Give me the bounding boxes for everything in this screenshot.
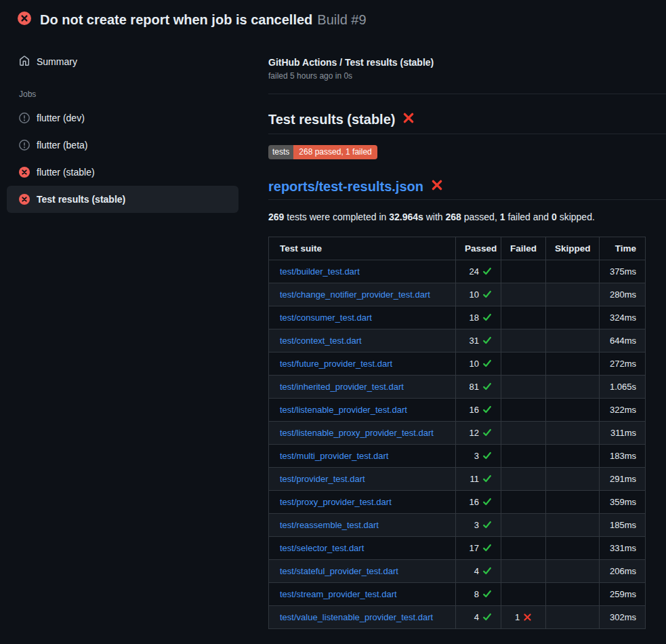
column-header-passed: Passed bbox=[456, 237, 501, 260]
failed-cell bbox=[501, 491, 546, 514]
page-title: Do not create report when job is cancell… bbox=[40, 12, 367, 28]
summary-text: tests were completed in bbox=[284, 212, 389, 222]
check-icon bbox=[482, 612, 492, 622]
suite-cell: test/consumer_test.dart bbox=[269, 306, 456, 329]
table-row: test/multi_provider_test.dart3183ms bbox=[269, 445, 646, 468]
alert-circle-icon bbox=[19, 140, 30, 150]
check-icon bbox=[482, 266, 492, 276]
column-header-time: Time bbox=[600, 237, 646, 260]
suite-link[interactable]: test/stream_provider_test.dart bbox=[280, 589, 397, 599]
table-row: test/builder_test.dart24375ms bbox=[269, 260, 646, 283]
suite-cell: test/listenable_proxy_provider_test.dart bbox=[269, 422, 456, 445]
suite-link[interactable]: test/change_notifier_provider_test.dart bbox=[280, 289, 430, 300]
failed-cell bbox=[501, 583, 546, 606]
x-circle-icon bbox=[18, 12, 31, 25]
suite-cell: test/builder_test.dart bbox=[269, 260, 456, 283]
suite-link[interactable]: test/future_provider_test.dart bbox=[280, 359, 392, 369]
failed-cell bbox=[501, 468, 546, 491]
column-header-skipped: Skipped bbox=[546, 237, 600, 260]
test-results-table: Test suitePassedFailedSkippedTime test/b… bbox=[268, 237, 646, 629]
suite-link[interactable]: test/consumer_test.dart bbox=[280, 313, 372, 323]
suite-link[interactable]: test/provider_test.dart bbox=[280, 474, 365, 484]
passed-count: 4 bbox=[474, 566, 479, 576]
cross-icon bbox=[523, 613, 532, 622]
time-cell: 280ms bbox=[600, 283, 646, 306]
passed-count: 11 bbox=[470, 474, 480, 484]
passed-cell: 3 bbox=[456, 514, 501, 537]
suite-link[interactable]: test/listenable_proxy_provider_test.dart bbox=[280, 428, 434, 438]
summary-text: skipped. bbox=[557, 212, 595, 222]
suite-cell: test/selector_test.dart bbox=[269, 537, 456, 560]
passed-count: 81 bbox=[470, 382, 479, 392]
time-cell: 1.065s bbox=[600, 376, 646, 399]
skipped-cell bbox=[546, 260, 600, 283]
passed-count: 3 bbox=[474, 520, 479, 530]
sidebar-item-flutter-beta[interactable]: flutter (beta) bbox=[7, 132, 238, 159]
passed-cell: 4 bbox=[456, 560, 501, 583]
check-icon bbox=[482, 451, 492, 460]
suite-link[interactable]: test/context_test.dart bbox=[280, 336, 362, 346]
sidebar-item-test-results-stable[interactable]: Test results (stable) bbox=[7, 186, 238, 213]
skipped-cell bbox=[546, 422, 600, 445]
passed-count: 10 bbox=[470, 289, 479, 300]
suite-link[interactable]: test/multi_provider_test.dart bbox=[280, 451, 388, 461]
table-row: test/reassemble_test.dart3185ms bbox=[269, 514, 646, 537]
failed-cell bbox=[501, 376, 546, 399]
failed-cell bbox=[501, 422, 546, 445]
table-row: test/listenable_provider_test.dart16322m… bbox=[269, 399, 646, 422]
suite-link[interactable]: test/inherited_provider_test.dart bbox=[280, 382, 404, 392]
suite-link[interactable]: test/value_listenable_provider_test.dart bbox=[280, 612, 433, 622]
suite-cell: test/context_test.dart bbox=[269, 329, 456, 353]
suite-cell: test/proxy_provider_test.dart bbox=[269, 491, 456, 514]
suite-link[interactable]: test/proxy_provider_test.dart bbox=[280, 497, 392, 507]
passed-cell: 10 bbox=[456, 283, 501, 306]
table-row: test/inherited_provider_test.dart811.065… bbox=[269, 376, 646, 399]
report-file-link[interactable]: reports/test-results.json bbox=[268, 179, 666, 200]
column-header-test-suite: Test suite bbox=[269, 237, 456, 260]
tests-status-badge: tests 268 passed, 1 failed bbox=[268, 145, 377, 159]
column-header-failed: Failed bbox=[501, 237, 546, 260]
red-cross-icon bbox=[402, 112, 415, 127]
suite-cell: test/stream_provider_test.dart bbox=[269, 583, 456, 606]
passed-cell: 17 bbox=[456, 537, 501, 560]
sidebar-item-label: flutter (stable) bbox=[37, 167, 95, 178]
time-cell: 375ms bbox=[600, 260, 646, 283]
time-cell: 322ms bbox=[600, 399, 646, 422]
check-icon bbox=[482, 336, 492, 345]
table-row: test/provider_test.dart11291ms bbox=[269, 468, 646, 491]
suite-link[interactable]: test/builder_test.dart bbox=[280, 266, 360, 277]
passed-cell: 12 bbox=[456, 422, 501, 445]
failed-cell bbox=[501, 283, 546, 306]
suite-link[interactable]: test/stateful_provider_test.dart bbox=[280, 566, 398, 576]
failed-cell bbox=[501, 560, 546, 583]
red-cross-icon bbox=[431, 179, 443, 195]
sidebar-item-summary[interactable]: Summary bbox=[7, 48, 238, 75]
suite-link[interactable]: test/selector_test.dart bbox=[280, 543, 364, 553]
main-content: GitHub Actions / Test results (stable) f… bbox=[268, 37, 666, 629]
skipped-cell bbox=[546, 468, 600, 491]
passed-count: 10 bbox=[470, 359, 479, 369]
table-row: test/context_test.dart31644ms bbox=[269, 329, 646, 353]
build-number: Build #9 bbox=[317, 12, 366, 27]
suite-link[interactable]: test/listenable_provider_test.dart bbox=[280, 405, 407, 415]
summary-number: 1 bbox=[500, 212, 505, 222]
check-icon bbox=[482, 313, 492, 322]
sidebar-item-label: Test results (stable) bbox=[37, 194, 125, 205]
red-cross-icon bbox=[431, 179, 443, 191]
skipped-cell bbox=[546, 306, 600, 329]
failed-cell bbox=[501, 306, 546, 329]
suite-link[interactable]: test/reassemble_test.dart bbox=[280, 520, 379, 530]
summary-text: with bbox=[423, 212, 446, 222]
alert-circle-icon bbox=[19, 113, 30, 123]
passed-cell: 81 bbox=[456, 376, 501, 399]
skipped-cell bbox=[546, 560, 600, 583]
sidebar-item-flutter-stable[interactable]: flutter (stable) bbox=[7, 159, 238, 186]
check-icon bbox=[482, 474, 492, 483]
content-layout: Summary Jobs flutter (dev)flutter (beta)… bbox=[0, 37, 666, 629]
skipped-cell bbox=[546, 583, 600, 606]
sidebar-item-flutter-dev[interactable]: flutter (dev) bbox=[7, 104, 238, 132]
passed-cell: 18 bbox=[456, 306, 501, 329]
run-title: Do not create report when job is cancell… bbox=[40, 12, 312, 27]
summary-number: 269 bbox=[268, 212, 284, 222]
tests-summary-sentence: 269 tests were completed in 32.964s with… bbox=[268, 212, 666, 222]
